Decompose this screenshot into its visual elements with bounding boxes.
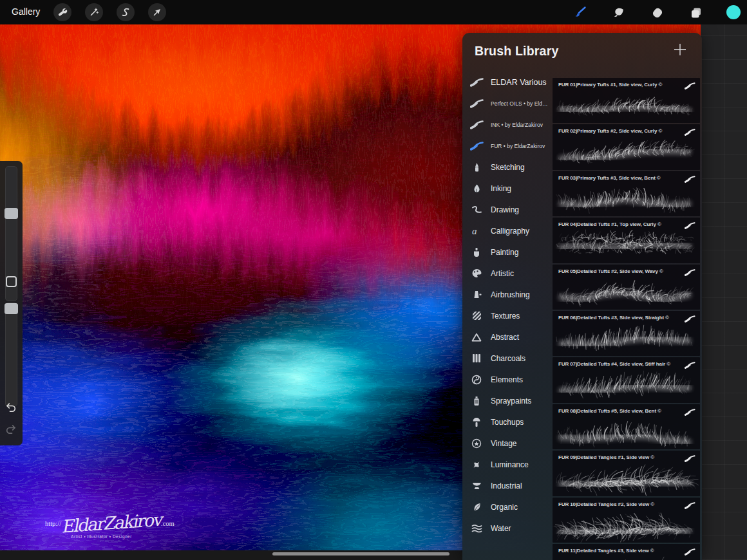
brush-set-item[interactable]: Water bbox=[462, 518, 553, 539]
brush-set-item[interactable]: Vintage bbox=[462, 433, 553, 454]
brush-item[interactable]: FUR 01|Primary Tufts #1, Side view, Curl… bbox=[553, 78, 700, 123]
brush-size-handle[interactable] bbox=[5, 208, 18, 219]
brush-set-item[interactable]: Spraypaints bbox=[462, 390, 553, 411]
workspace-grid-background bbox=[701, 24, 747, 560]
brush-controls-sidebar bbox=[0, 161, 23, 445]
brush-item[interactable]: FUR 02|Primary Tufts #2, Side view, Curl… bbox=[553, 124, 700, 169]
brush-set-item[interactable]: Perfect OILS • by Eld… bbox=[462, 93, 553, 114]
brush-set-item[interactable]: Airbrushing bbox=[462, 284, 553, 305]
brush-preview-stroke bbox=[553, 507, 699, 543]
svg-text:a: a bbox=[472, 227, 477, 236]
layers-icon[interactable] bbox=[686, 3, 706, 23]
brush-set-item[interactable]: Charcoals bbox=[462, 348, 553, 369]
brush-preview-stroke bbox=[553, 88, 699, 123]
brush-set-list: ELDAR Various Perfect OILS • by Eld… INK… bbox=[462, 65, 553, 560]
brush-preview-stroke bbox=[553, 227, 699, 263]
brush-preview-stroke bbox=[553, 274, 699, 310]
brush-preview-stroke bbox=[553, 414, 699, 449]
brush-set-item[interactable]: Artistic bbox=[462, 263, 553, 284]
procreate-app: http:// EldarZakirov .com Artist • Illus… bbox=[0, 0, 747, 560]
brush-library-panel: Brush Library ELDAR Various Perfect OILS… bbox=[462, 33, 702, 560]
smudge-tool-icon[interactable] bbox=[609, 3, 629, 23]
brush-set-item[interactable]: Abstract bbox=[462, 326, 553, 348]
signature-script: EldarZakirov bbox=[61, 510, 162, 537]
signature-suffix: .com bbox=[161, 520, 175, 527]
brush-tool-icon[interactable] bbox=[570, 3, 589, 23]
brush-set-item[interactable]: Drawing bbox=[462, 199, 553, 220]
signature-prefix: http:// bbox=[45, 520, 61, 527]
brush-item[interactable]: FUR 03|Primary Tufts #3, Side view, Bent… bbox=[553, 171, 700, 216]
selection-icon[interactable] bbox=[117, 3, 135, 21]
brush-opacity-handle[interactable] bbox=[5, 303, 18, 314]
brush-list: FUR 01|Primary Tufts #1, Side view, Curl… bbox=[553, 65, 702, 560]
brush-preview-stroke bbox=[553, 321, 699, 356]
eraser-tool-icon[interactable] bbox=[648, 3, 667, 23]
brush-set-item[interactable]: Touchups bbox=[462, 411, 553, 433]
brush-item[interactable]: FUR 08|Detailed Tufts #5, Side view, Ben… bbox=[553, 404, 700, 449]
transform-arrow-icon[interactable] bbox=[148, 3, 166, 21]
brush-preview-stroke bbox=[553, 460, 699, 496]
brush-set-item[interactable]: FUR • by EldarZakirov bbox=[462, 135, 553, 156]
undo-button[interactable] bbox=[4, 400, 18, 415]
redo-button[interactable] bbox=[4, 422, 18, 436]
brush-preview-stroke bbox=[553, 554, 699, 560]
add-brush-button[interactable] bbox=[672, 42, 688, 57]
brush-set-item[interactable]: Elements bbox=[462, 369, 553, 390]
brush-item[interactable]: FUR 04|Detailed Tufts #1, Top view, Curl… bbox=[553, 218, 700, 263]
brush-item[interactable]: FUR 07|Detailed Tufts #4, Side view, Sti… bbox=[553, 357, 700, 402]
brush-set-item[interactable]: Industrial bbox=[462, 475, 553, 496]
brush-set-item[interactable]: ELDAR Various bbox=[462, 71, 553, 93]
brush-set-item[interactable]: Luminance bbox=[462, 454, 553, 475]
color-swatch[interactable] bbox=[726, 5, 741, 19]
brush-item[interactable]: FUR 05|Detailed Tufts #2, Side view, Wav… bbox=[553, 265, 700, 310]
adjustments-wand-icon[interactable] bbox=[85, 3, 103, 21]
brush-set-item[interactable]: Organic bbox=[462, 496, 553, 518]
brush-set-item[interactable]: Inking bbox=[462, 178, 553, 199]
home-indicator[interactable] bbox=[272, 552, 449, 555]
brush-preview-stroke bbox=[553, 134, 699, 169]
brush-set-item[interactable]: Textures bbox=[462, 305, 553, 326]
brush-set-item[interactable]: a Calligraphy bbox=[462, 220, 553, 241]
modify-button[interactable] bbox=[6, 276, 17, 287]
brush-item[interactable]: FUR 11|Detailed Tangles #3, Side view © bbox=[553, 544, 700, 560]
panel-title: Brush Library bbox=[475, 44, 558, 59]
brush-set-item[interactable]: Sketching bbox=[462, 156, 553, 178]
brush-library-header: Brush Library bbox=[462, 33, 702, 65]
brush-set-item[interactable]: INK • by EldarZakirov bbox=[462, 114, 553, 135]
actions-wrench-icon[interactable] bbox=[53, 3, 71, 21]
brush-preview-stroke bbox=[553, 181, 699, 216]
artist-signature: http:// EldarZakirov .com Artist • Illus… bbox=[45, 514, 187, 539]
brush-item[interactable]: FUR 06|Detailed Tufts #3, Side view, Str… bbox=[553, 311, 700, 356]
top-toolbar: Gallery bbox=[0, 0, 747, 24]
brush-preview-stroke bbox=[553, 367, 699, 402]
gallery-button[interactable]: Gallery bbox=[12, 6, 40, 17]
brush-item[interactable]: FUR 10|Detailed Tangles #2, Side view © bbox=[553, 498, 700, 543]
brush-opacity-slider[interactable] bbox=[5, 303, 17, 407]
brush-item[interactable]: FUR 09|Detailed Tangles #1, Side view © bbox=[553, 451, 700, 496]
brush-set-item[interactable]: Painting bbox=[462, 241, 553, 263]
